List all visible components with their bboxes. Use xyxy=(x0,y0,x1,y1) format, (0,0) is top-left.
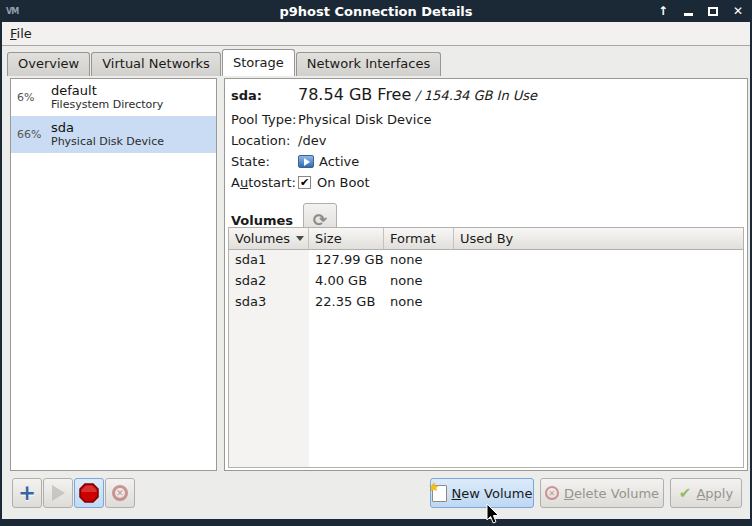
delete-pool-button: ✕ xyxy=(105,478,135,508)
volumes-section-title: Volumes xyxy=(231,213,293,228)
volume-size-cell: 4.00 GB xyxy=(309,271,384,292)
actionbar: + ✕ ★ New Volume ✕ D xyxy=(2,478,750,512)
volume-name-cell: sda2 xyxy=(229,271,309,292)
pool-name: default xyxy=(51,83,163,98)
window-title: p9host Connection Details xyxy=(0,4,752,19)
pool-row-default[interactable]: 6% default Filesystem Directory xyxy=(11,79,216,116)
delete-ban-icon: ✕ xyxy=(112,485,128,501)
pool-detail-panel: sda: 78.54 GB Free / 154.34 GB In Use Po… xyxy=(224,78,748,471)
tab-network-interfaces[interactable]: Network Interfaces xyxy=(296,52,441,76)
pool-row-sda[interactable]: 66% sda Physical Disk Device xyxy=(11,116,216,153)
location-value: /dev xyxy=(298,133,326,148)
sort-descending-icon xyxy=(296,236,304,241)
column-header-format[interactable]: Format xyxy=(384,228,454,249)
volume-name-cell: sda1 xyxy=(229,250,309,271)
start-pool-button xyxy=(43,478,73,508)
autostart-value: On Boot xyxy=(317,175,370,190)
close-icon[interactable]: ✕ xyxy=(732,5,744,17)
shade-window-icon[interactable]: ↑ xyxy=(657,5,669,17)
volumes-table: Volumes Size Format Used By sda1 127.99 … xyxy=(228,227,744,468)
pool-inuse-value: / 154.34 GB In Use xyxy=(415,88,537,103)
volume-format-cell: none xyxy=(384,292,454,313)
apply-label: Apply xyxy=(696,486,733,501)
column-header-used-by[interactable]: Used By xyxy=(454,228,743,249)
stop-sign-icon xyxy=(79,483,99,503)
pool-name: sda xyxy=(51,120,164,135)
storage-pool-list: 6% default Filesystem Directory 66% sda … xyxy=(10,78,217,471)
table-row[interactable]: sda3 22.35 GB none xyxy=(229,292,743,313)
pool-usage-percent: 66% xyxy=(17,128,51,141)
window-bottom-frame xyxy=(0,519,752,526)
new-volume-label: New Volume xyxy=(452,486,533,501)
volume-size-cell: 127.99 GB xyxy=(309,250,384,271)
pool-usage-percent: 6% xyxy=(17,91,51,104)
volumes-table-body: sda1 127.99 GB none sda2 4.00 GB none sd… xyxy=(229,250,743,467)
tabstrip: Overview Virtual Networks Storage Networ… xyxy=(2,47,750,76)
delete-volume-icon: ✕ xyxy=(545,486,559,500)
apply-button: ✔ Apply xyxy=(670,478,742,508)
pool-free-value: 78.54 GB Free xyxy=(298,85,411,104)
delete-volume-button: ✕ Delete Volume xyxy=(540,478,664,508)
location-label: Location: xyxy=(231,133,298,148)
new-volume-icon: ★ xyxy=(432,485,447,502)
tab-overview[interactable]: Overview xyxy=(7,52,90,76)
mouse-cursor xyxy=(486,503,501,525)
column-header-volumes[interactable]: Volumes xyxy=(229,228,309,249)
column-header-size[interactable]: Size xyxy=(309,228,384,249)
new-volume-button[interactable]: ★ New Volume xyxy=(430,478,534,508)
connection-details-window: VM p9host Connection Details ↑ ✕ File Ov… xyxy=(0,0,752,526)
menu-file[interactable]: File xyxy=(2,24,40,43)
stop-pool-button[interactable] xyxy=(74,478,104,508)
pool-name-label: sda: xyxy=(231,88,298,103)
volume-usedby-cell xyxy=(454,250,743,271)
apply-check-icon: ✔ xyxy=(679,484,692,502)
autostart-checkbox[interactable]: ✔ xyxy=(298,176,311,189)
tab-storage[interactable]: Storage xyxy=(222,49,295,76)
plus-icon: + xyxy=(18,483,36,504)
star-icon: ★ xyxy=(429,480,440,494)
state-label: State: xyxy=(231,154,298,169)
volume-format-cell: none xyxy=(384,271,454,292)
state-value: Active xyxy=(319,154,359,169)
volume-usedby-cell xyxy=(454,271,743,292)
maximize-icon[interactable] xyxy=(707,5,719,17)
table-row[interactable]: sda1 127.99 GB none xyxy=(229,250,743,271)
volume-usedby-cell xyxy=(454,292,743,313)
volume-format-cell: none xyxy=(384,250,454,271)
minimize-icon[interactable] xyxy=(682,5,694,17)
pool-type: Filesystem Directory xyxy=(51,98,163,111)
volumes-table-header: Volumes Size Format Used By xyxy=(229,228,743,250)
pool-type: Physical Disk Device xyxy=(51,135,164,148)
titlebar: VM p9host Connection Details ↑ ✕ xyxy=(0,0,752,22)
delete-volume-label: Delete Volume xyxy=(564,486,659,501)
autostart-label: Autostart: xyxy=(231,175,298,190)
play-icon xyxy=(52,485,65,501)
pool-type-label: Pool Type: xyxy=(231,112,298,127)
volume-size-cell: 22.35 GB xyxy=(309,292,384,313)
storage-page: 6% default Filesystem Directory 66% sda … xyxy=(2,76,750,519)
volume-name-cell: sda3 xyxy=(229,292,309,313)
state-running-icon xyxy=(298,155,314,168)
tab-virtual-networks[interactable]: Virtual Networks xyxy=(91,52,221,76)
table-row[interactable]: sda2 4.00 GB none xyxy=(229,271,743,292)
pool-type-value: Physical Disk Device xyxy=(298,112,432,127)
menubar: File xyxy=(2,22,750,46)
add-pool-button[interactable]: + xyxy=(12,478,42,508)
